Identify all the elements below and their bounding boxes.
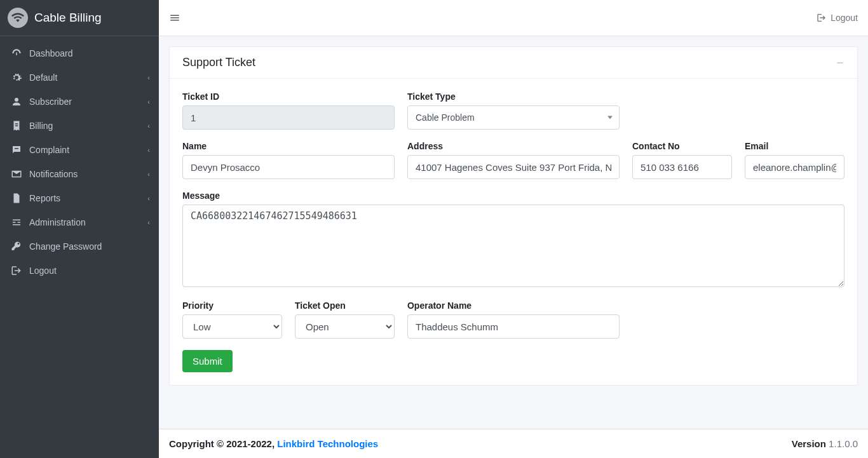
label-contact: Contact No <box>632 141 732 151</box>
ticket-type-value: Cable Problem <box>416 112 475 123</box>
sidebar-item-label: Billing <box>29 121 53 131</box>
sidebar-item-default[interactable]: Default‹ <box>0 65 159 90</box>
sidebar-item-subscriber[interactable]: Subscriber‹ <box>0 90 159 114</box>
message-input[interactable] <box>182 205 844 287</box>
cogs-icon <box>9 72 24 83</box>
sidebar-item-label: Logout <box>29 266 57 276</box>
svg-rect-0 <box>837 62 843 63</box>
ticket-id-input[interactable] <box>182 105 395 130</box>
name-input[interactable] <box>182 155 395 179</box>
chevron-left-icon: ‹ <box>147 194 150 202</box>
key-icon <box>9 241 24 252</box>
signout-icon <box>9 265 24 276</box>
sidebar-item-label: Administration <box>29 217 86 227</box>
sidebar-item-notifications[interactable]: Notifications‹ <box>0 162 159 186</box>
submit-button[interactable]: Submit <box>182 350 233 372</box>
chevron-down-icon <box>607 116 613 119</box>
bars-icon <box>169 12 180 24</box>
card-body: Ticket ID Ticket Type Cable Problem <box>170 79 857 385</box>
footer: Copyright © 2021-2022, Linkbird Technolo… <box>159 429 868 458</box>
sidebar-item-logout[interactable]: Logout <box>0 259 159 283</box>
label-operator: Operator Name <box>407 300 620 311</box>
dashboard-icon <box>9 48 24 59</box>
label-email: Email <box>745 141 844 151</box>
contact-input[interactable] <box>632 155 732 179</box>
topbar: Logout <box>159 0 868 36</box>
label-ticket-open: Ticket Open <box>295 300 395 311</box>
file-icon <box>9 192 24 204</box>
sidebar-item-administration[interactable]: Administration‹ <box>0 210 159 234</box>
sidebar-item-label: Complaint <box>29 145 69 155</box>
card-header: Support Ticket <box>170 47 857 79</box>
brand-icon <box>8 8 28 28</box>
footer-copyright: Copyright © 2021-2022, <box>169 438 277 449</box>
complaint-icon <box>9 144 24 156</box>
ticket-type-select[interactable]: Cable Problem <box>407 105 620 130</box>
brand-title: Cable Billing <box>34 11 102 25</box>
sidebar-item-reports[interactable]: Reports‹ <box>0 186 159 210</box>
sidebar-item-billing[interactable]: Billing‹ <box>0 114 159 138</box>
chevron-left-icon: ‹ <box>147 170 150 178</box>
topbar-logout[interactable]: Logout <box>817 13 858 23</box>
sidebar: Cable Billing DashboardDefault‹Subscribe… <box>0 0 159 458</box>
signout-icon <box>817 13 827 23</box>
minus-icon <box>836 58 844 67</box>
ticket-open-select[interactable]: Open <box>295 314 395 339</box>
card-collapse[interactable] <box>836 58 844 67</box>
sidebar-item-label: Dashboard <box>29 48 73 58</box>
email-input[interactable] <box>745 155 844 179</box>
card-title: Support Ticket <box>182 56 255 69</box>
operator-input[interactable] <box>407 314 620 339</box>
chevron-left-icon: ‹ <box>147 219 150 226</box>
billing-icon <box>9 120 24 131</box>
label-name: Name <box>182 141 395 151</box>
sidebar-item-label: Reports <box>29 193 60 203</box>
chevron-left-icon: ‹ <box>147 122 150 130</box>
label-message: Message <box>182 191 844 201</box>
content: Support Ticket Ticket ID Ticket Type <box>159 36 868 429</box>
label-ticket-id: Ticket ID <box>182 91 395 102</box>
label-ticket-type: Ticket Type <box>407 91 620 102</box>
sidebar-item-change-password[interactable]: Change Password <box>0 234 159 259</box>
sidebar-item-label: Subscriber <box>29 97 72 107</box>
sidebar-item-label: Default <box>29 72 57 83</box>
label-address: Address <box>407 141 620 151</box>
chevron-left-icon: ‹ <box>147 98 150 105</box>
brand[interactable]: Cable Billing <box>0 0 159 36</box>
sidebar-item-label: Notifications <box>29 169 78 179</box>
chevron-left-icon: ‹ <box>147 74 150 81</box>
menu-toggle[interactable] <box>169 12 180 24</box>
address-input[interactable] <box>407 155 620 179</box>
footer-company-link[interactable]: Linkbird Technologies <box>277 438 378 449</box>
sidebar-nav: DashboardDefault‹Subscriber‹Billing‹Comp… <box>0 36 159 288</box>
users-icon <box>9 96 24 107</box>
label-priority: Priority <box>182 300 282 311</box>
sidebar-item-dashboard[interactable]: Dashboard <box>0 41 159 65</box>
sidebar-item-label: Change Password <box>29 241 102 252</box>
chevron-left-icon: ‹ <box>147 146 150 154</box>
admin-icon <box>9 217 24 228</box>
envelope-icon <box>9 168 24 180</box>
priority-select[interactable]: Low <box>182 314 282 339</box>
footer-version-label: Version <box>792 438 826 449</box>
sidebar-item-complaint[interactable]: Complaint‹ <box>0 138 159 162</box>
ticket-card: Support Ticket Ticket ID Ticket Type <box>169 46 858 386</box>
footer-version: 1.1.0.0 <box>826 438 858 449</box>
